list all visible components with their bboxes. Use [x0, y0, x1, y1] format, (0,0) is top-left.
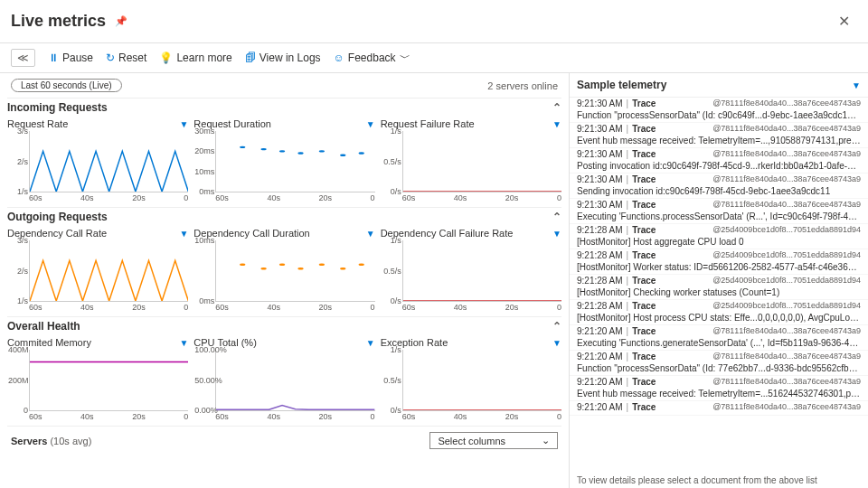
section-incoming: Incoming Requests⌃ — [7, 98, 561, 117]
svg-point-9 — [279, 264, 285, 266]
select-columns-dropdown[interactable]: Select columns⌄ — [429, 432, 558, 449]
feedback-button[interactable]: ☺Feedback﹀ — [334, 51, 410, 66]
charts-panel: Last 60 seconds (Live) 2 servers online … — [0, 73, 570, 488]
svg-point-6 — [359, 152, 364, 154]
section-outgoing: Outgoing Requests⌃ — [7, 207, 561, 226]
svg-point-1 — [261, 148, 267, 150]
page-title: Live metrics — [11, 12, 106, 31]
pause-icon: ⏸ — [48, 52, 59, 64]
close-icon[interactable]: ✕ — [831, 9, 857, 33]
telemetry-row[interactable]: 9:21:30 AM|Trace@78111f8e840da40...38a76… — [570, 174, 868, 199]
filter-icon[interactable]: ▼ — [552, 338, 561, 348]
chevron-down-icon: ⌄ — [542, 435, 550, 446]
smile-icon: ☺ — [334, 52, 344, 64]
filter-icon[interactable]: ▼ — [852, 80, 861, 90]
chart-req_rate: Request Rate▼3/s2/s1/s60s40s20s0 — [7, 117, 188, 207]
chart-cpu: CPU Total (%)▼100.00%50.00%0.00%60s40s20… — [193, 335, 374, 426]
svg-point-7 — [240, 264, 245, 266]
svg-point-0 — [240, 146, 245, 148]
section-health: Overall Health⌃ — [7, 316, 561, 335]
svg-point-10 — [298, 267, 304, 269]
svg-point-8 — [261, 267, 267, 269]
lightbulb-icon: 💡 — [159, 52, 173, 64]
time-range-pill[interactable]: Last 60 seconds (Live) — [11, 79, 122, 92]
filter-icon[interactable]: ▼ — [366, 119, 375, 129]
telemetry-row[interactable]: 9:21:30 AM|Trace@78111f8e840da40...38a76… — [570, 148, 868, 174]
telemetry-row[interactable]: 9:21:28 AM|Trace@25d4009bce1d0f8...7051e… — [570, 300, 868, 325]
telemetry-row[interactable]: 9:21:30 AM|Trace@78111f8e840da40...38a76… — [570, 199, 868, 224]
pause-button[interactable]: ⏸Pause — [48, 52, 93, 64]
page-header: Live metrics 📌 ✕ — [0, 0, 868, 43]
svg-point-4 — [319, 150, 325, 152]
svg-point-13 — [359, 264, 364, 266]
filter-icon[interactable]: ▼ — [179, 119, 188, 129]
telemetry-row[interactable]: 9:21:20 AM|Trace@78111f8e840da40...38a76… — [570, 401, 868, 416]
telemetry-hint: To view details please select a document… — [570, 470, 868, 488]
telemetry-row[interactable]: 9:21:28 AM|Trace@25d4009bce1d0f8...7051e… — [570, 275, 868, 300]
learn-more-button[interactable]: 💡Learn more — [159, 52, 231, 64]
chart-req_fail: Request Failure Rate▼1/s0.5/s0/s60s40s20… — [381, 117, 561, 207]
chart-req_dur: Request Duration▼30ms20ms10ms0ms60s40s20… — [193, 117, 374, 207]
chart-exc: Exception Rate▼1/s0.5/s0/s60s40s20s0 — [381, 335, 561, 426]
view-in-logs-button[interactable]: 🗐View in Logs — [245, 52, 321, 64]
collapse-icon[interactable]: ⌃ — [552, 320, 561, 333]
chevron-down-icon: ﹀ — [400, 51, 410, 66]
filter-icon[interactable]: ▼ — [552, 119, 561, 129]
telemetry-row[interactable]: 9:21:30 AM|Trace@78111f8e840da40...38a76… — [570, 98, 868, 123]
svg-point-2 — [279, 150, 285, 152]
pin-icon[interactable]: 📌 — [115, 15, 127, 27]
reset-icon: ↻ — [106, 52, 115, 64]
svg-point-5 — [340, 155, 345, 156]
telemetry-row[interactable]: 9:21:30 AM|Trace@78111f8e840da40...38a76… — [570, 123, 868, 148]
collapse-icon[interactable]: ⌃ — [552, 101, 561, 114]
collapse-icon[interactable]: ⌃ — [552, 211, 561, 223]
chart-dep_dur: Dependency Call Duration▼10ms0ms60s40s20… — [193, 226, 374, 316]
telemetry-row[interactable]: 9:21:20 AM|Trace@78111f8e840da40...38a76… — [570, 325, 868, 351]
svg-point-3 — [298, 152, 304, 154]
chart-dep_rate: Dependency Call Rate▼3/s2/s1/s60s40s20s0 — [7, 226, 188, 316]
svg-point-12 — [340, 267, 345, 269]
filter-icon[interactable]: ▼ — [366, 229, 375, 239]
filter-icon[interactable]: ▼ — [552, 229, 561, 239]
telemetry-panel: Sample telemetry▼ 9:21:30 AM|Trace@78111… — [570, 73, 868, 488]
telemetry-row[interactable]: 9:21:28 AM|Trace@25d4009bce1d0f8...7051e… — [570, 249, 868, 275]
servers-label: Servers — [11, 436, 47, 446]
reset-button[interactable]: ↻Reset — [106, 52, 146, 64]
chart-mem: Commited Memory▼400M200M060s40s20s0 — [7, 335, 188, 426]
telemetry-row[interactable]: 9:21:20 AM|Trace@78111f8e840da40...38a76… — [570, 351, 868, 376]
chart-dep_fail: Dependency Call Failure Rate▼1/s0.5/s0/s… — [381, 226, 561, 316]
svg-point-11 — [319, 264, 325, 266]
back-button[interactable]: ≪ — [11, 49, 35, 67]
servers-online-label: 2 servers online — [487, 80, 558, 91]
toolbar: ≪ ⏸Pause ↻Reset 💡Learn more 🗐View in Log… — [0, 43, 868, 73]
telemetry-row[interactable]: 9:21:20 AM|Trace@78111f8e840da40...38a76… — [570, 376, 868, 401]
telemetry-row[interactable]: 9:21:28 AM|Trace@25d4009bce1d0f8...7051e… — [570, 224, 868, 249]
telemetry-title: Sample telemetry — [577, 79, 666, 91]
filter-icon[interactable]: ▼ — [179, 338, 188, 348]
filter-icon[interactable]: ▼ — [366, 338, 375, 348]
logs-icon: 🗐 — [245, 52, 256, 64]
filter-icon[interactable]: ▼ — [179, 229, 188, 239]
